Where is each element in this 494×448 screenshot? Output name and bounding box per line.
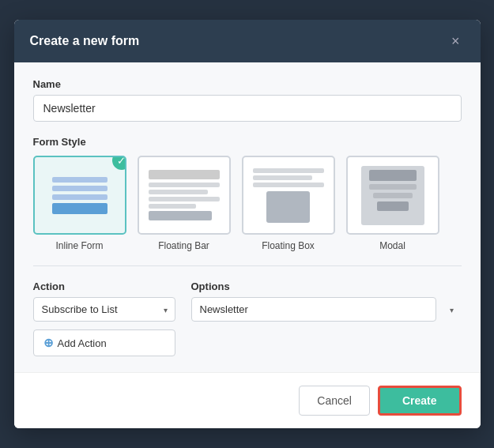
action-select-wrapper: Subscribe to List Redirect to URL Show M…: [33, 297, 175, 322]
divider: [33, 265, 462, 266]
modal-dialog: Create a new form × Name Form Style ✓: [14, 20, 481, 428]
form-style-grid: ✓ Inline Form: [33, 156, 462, 251]
options-select-arrow: ▾: [450, 305, 454, 314]
style-card-floating-box[interactable]: Floating Box: [242, 156, 335, 251]
add-action-button[interactable]: ⊕ Add Action: [33, 329, 175, 356]
style-card-label-floating-bar: Floating Bar: [158, 240, 209, 251]
create-button[interactable]: Create: [378, 386, 462, 416]
options-col: Options Newsletter General ▾: [191, 280, 462, 322]
options-select[interactable]: Newsletter General: [191, 297, 436, 322]
style-card-label-inline: Inline Form: [55, 240, 103, 251]
name-label: Name: [33, 78, 462, 90]
style-card-box-floating-bar: [138, 156, 231, 235]
modal-footer: Cancel Create: [14, 372, 481, 428]
modal-title: Create a new form: [30, 34, 140, 48]
style-card-label-floating-box: Floating Box: [262, 240, 315, 251]
action-label: Action: [33, 280, 175, 292]
style-card-box-floating-box: [242, 156, 335, 235]
style-card-label-modal: Modal: [379, 240, 405, 251]
style-card-floating-bar[interactable]: Floating Bar: [138, 156, 231, 251]
options-select-wrapper: Newsletter General ▾: [191, 297, 462, 322]
inline-form-icon: [46, 171, 114, 220]
check-badge-inline: ✓: [112, 156, 126, 170]
modal-body: Name Form Style ✓ Inline Fo: [14, 62, 481, 372]
add-action-label: Add Action: [58, 337, 107, 349]
plus-icon: ⊕: [43, 336, 54, 350]
style-card-inline[interactable]: ✓ Inline Form: [33, 156, 126, 251]
floating-box-icon: [253, 168, 324, 223]
style-card-box-modal: [346, 156, 439, 235]
action-col: Action Subscribe to List Redirect to URL…: [33, 280, 175, 356]
action-row: Action Subscribe to List Redirect to URL…: [33, 280, 462, 356]
modal-header: Create a new form ×: [14, 20, 481, 62]
form-style-section: Form Style ✓ Inline Form: [33, 136, 462, 251]
options-label: Options: [191, 280, 462, 292]
close-button[interactable]: ×: [447, 32, 465, 50]
modal-style-icon: [357, 166, 428, 225]
action-select[interactable]: Subscribe to List Redirect to URL Show M…: [33, 297, 175, 322]
name-input[interactable]: [33, 95, 462, 122]
style-card-box-inline: ✓: [33, 156, 126, 235]
style-card-modal[interactable]: Modal: [346, 156, 439, 251]
cancel-button[interactable]: Cancel: [299, 386, 370, 416]
form-style-label: Form Style: [33, 136, 462, 148]
floating-bar-icon: [149, 170, 220, 220]
